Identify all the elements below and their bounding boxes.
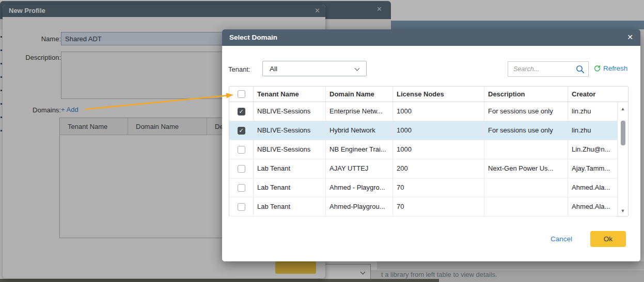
- scroll-up-icon[interactable]: ▲: [618, 106, 628, 111]
- row-checkbox[interactable]: [238, 184, 245, 192]
- cell-description: For sessions use only: [484, 121, 568, 140]
- cell-creator: lin.zhu: [568, 121, 618, 140]
- column-header-description: Description: [484, 87, 568, 102]
- cell-domain-name: Ahmed - Playgro...: [326, 178, 393, 197]
- cell-tenant-name: Lab Tenant: [254, 159, 326, 178]
- select-domain-dialog: Select Domain ✕ Tenant: All Refresh: [222, 29, 640, 261]
- table-row[interactable]: NBLIVE-Sessions NB Engineer Trai... 1000…: [229, 140, 618, 159]
- cell-creator: Ahmed.Ala...: [568, 197, 618, 216]
- row-checkbox[interactable]: [238, 203, 245, 211]
- cell-creator: Ahmed.Ala...: [568, 178, 618, 197]
- tenant-select[interactable]: All: [262, 61, 367, 76]
- cell-tenant-name: Lab Tenant: [254, 178, 326, 197]
- cell-description: [484, 178, 568, 197]
- domain-table: Tenant Name Domain Name License Nodes De…: [229, 86, 629, 217]
- column-header-domain-name: Domain Name: [326, 87, 393, 102]
- row-checkbox[interactable]: [238, 146, 245, 154]
- table-row[interactable]: ✓ NBLIVE-Sessions Hybrid Network 1000 Fo…: [229, 121, 618, 140]
- select-domain-header: Select Domain ✕: [222, 29, 640, 46]
- cell-creator: Lin.Zhu@n...: [568, 140, 618, 159]
- domain-table-body: ✓ NBLIVE-Sessions Enterprise Netw... 100…: [229, 102, 618, 217]
- domain-table-header: Tenant Name Domain Name License Nodes De…: [229, 87, 628, 102]
- scroll-down-icon[interactable]: ▼: [618, 208, 628, 213]
- cell-description: [484, 197, 568, 216]
- row-checkbox[interactable]: ✓: [238, 127, 245, 135]
- chevron-down-icon: [355, 66, 360, 71]
- column-header-license-nodes: License Nodes: [393, 87, 484, 102]
- refresh-label: Refresh: [603, 64, 627, 72]
- table-row[interactable]: Lab Tenant AJAY UTTEJ 200 Next-Gen Power…: [229, 159, 618, 178]
- table-scrollbar: ▲ ▼: [617, 102, 628, 217]
- cell-creator: lin.zhu: [568, 102, 618, 121]
- select-all-checkbox[interactable]: [238, 90, 245, 98]
- cell-description: [484, 140, 568, 159]
- search-box: [508, 61, 589, 77]
- cell-domain-name: Enterprise Netw...: [326, 102, 393, 121]
- cell-description: Next-Gen Power Us...: [484, 159, 568, 178]
- cell-license-nodes: 70: [393, 178, 484, 197]
- search-input[interactable]: [508, 65, 576, 73]
- cancel-button[interactable]: Cancel: [551, 235, 572, 243]
- table-row[interactable]: Lab Tenant Ahmed-Playgrou... 70 Ahmed.Al…: [229, 197, 618, 217]
- cell-domain-name: Hybrid Network: [326, 121, 393, 140]
- cell-tenant-name: NBLIVE-Sessions: [254, 121, 326, 140]
- cell-license-nodes: 1000: [393, 140, 484, 159]
- tenant-select-value: All: [270, 65, 277, 73]
- cell-tenant-name: Lab Tenant: [254, 197, 326, 216]
- cell-license-nodes: 70: [393, 197, 484, 216]
- cell-license-nodes: 1000: [393, 121, 484, 140]
- column-header-creator: Creator: [568, 87, 618, 102]
- screen: t a library from left table to view deta…: [0, 0, 644, 282]
- cell-domain-name: Ahmed-Playgrou...: [326, 197, 393, 216]
- scrollbar-thumb[interactable]: [621, 121, 625, 145]
- cell-domain-name: NB Engineer Trai...: [326, 140, 393, 159]
- column-header-tenant-name: Tenant Name: [254, 87, 326, 102]
- search-icon[interactable]: [576, 65, 585, 74]
- cell-license-nodes: 1000: [393, 102, 484, 121]
- cell-license-nodes: 200: [393, 159, 484, 178]
- row-checkbox[interactable]: ✓: [238, 108, 245, 115]
- ok-button[interactable]: Ok: [590, 231, 626, 247]
- table-row[interactable]: Lab Tenant Ahmed - Playgro... 70 Ahmed.A…: [229, 178, 618, 197]
- cell-description: For sessions use only: [484, 102, 568, 121]
- cell-creator: Ajay.Tamm...: [568, 159, 618, 178]
- row-checkbox[interactable]: [238, 165, 245, 173]
- cell-tenant-name: NBLIVE-Sessions: [254, 140, 326, 159]
- refresh-button[interactable]: Refresh: [593, 64, 627, 72]
- cell-domain-name: AJAY UTTEJ: [326, 159, 393, 178]
- cell-tenant-name: NBLIVE-Sessions: [254, 102, 326, 121]
- close-icon[interactable]: ✕: [627, 33, 633, 41]
- dialog-title: Select Domain: [229, 34, 277, 41]
- table-row[interactable]: ✓ NBLIVE-Sessions Enterprise Netw... 100…: [229, 102, 618, 121]
- refresh-icon: [593, 64, 601, 72]
- tenant-label: Tenant:: [228, 65, 250, 73]
